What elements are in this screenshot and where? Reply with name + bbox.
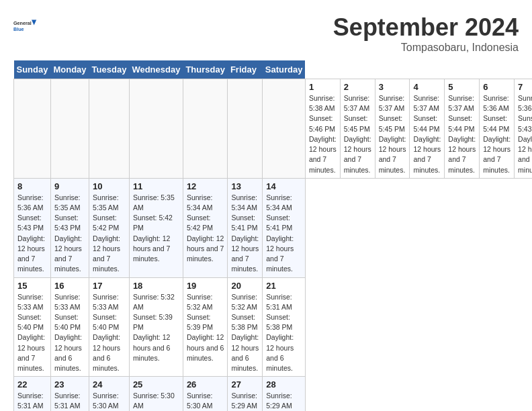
calendar-week-row: 22Sunrise: 5:31 AMSunset: 5:38 PMDayligh… [14, 377, 533, 411]
day-number: 19 [187, 281, 224, 291]
day-number: 7 [518, 82, 532, 92]
calendar-cell [183, 79, 228, 179]
calendar-cell [129, 79, 183, 179]
day-info: Sunrise: 5:35 AMSunset: 5:42 PMDaylight:… [133, 193, 179, 265]
calendar-cell: 10Sunrise: 5:35 AMSunset: 5:42 PMDayligh… [89, 178, 130, 277]
day-number: 13 [231, 181, 259, 191]
column-header-thursday: Thursday [183, 60, 228, 79]
day-number: 10 [93, 181, 126, 191]
calendar-cell: 8Sunrise: 5:36 AMSunset: 5:43 PMDaylight… [14, 178, 51, 277]
day-number: 16 [54, 281, 85, 291]
column-header-wednesday: Wednesday [129, 60, 183, 79]
calendar-cell: 2Sunrise: 5:37 AMSunset: 5:45 PMDaylight… [340, 79, 375, 179]
column-header-monday: Monday [50, 60, 89, 79]
day-info: Sunrise: 5:32 AMSunset: 5:39 PMDaylight:… [187, 292, 224, 364]
column-header-friday: Friday [228, 60, 263, 79]
calendar-cell [14, 79, 51, 179]
day-number: 1 [309, 82, 337, 92]
calendar-cell: 4Sunrise: 5:37 AMSunset: 5:44 PMDaylight… [410, 79, 445, 179]
calendar-week-row: 15Sunrise: 5:33 AMSunset: 5:40 PMDayligh… [14, 277, 533, 377]
calendar-cell: 20Sunrise: 5:32 AMSunset: 5:38 PMDayligh… [228, 277, 263, 377]
day-number: 15 [17, 281, 47, 291]
calendar-cell: 17Sunrise: 5:33 AMSunset: 5:40 PMDayligh… [89, 277, 130, 377]
calendar-cell: 14Sunrise: 5:34 AMSunset: 5:41 PMDayligh… [263, 178, 306, 277]
day-info: Sunrise: 5:37 AMSunset: 5:44 PMDaylight:… [448, 93, 476, 175]
day-info: Sunrise: 5:33 AMSunset: 5:40 PMDaylight:… [17, 292, 47, 374]
calendar-cell [263, 79, 306, 179]
column-header-tuesday: Tuesday [89, 60, 130, 79]
day-number: 17 [93, 281, 126, 291]
calendar-cell: 12Sunrise: 5:34 AMSunset: 5:42 PMDayligh… [183, 178, 228, 277]
day-number: 4 [413, 82, 441, 92]
day-info: Sunrise: 5:33 AMSunset: 5:40 PMDaylight:… [54, 292, 85, 374]
calendar-cell: 21Sunrise: 5:31 AMSunset: 5:38 PMDayligh… [263, 277, 306, 377]
calendar-cell: 7Sunrise: 5:36 AMSunset: 5:43 PMDaylight… [515, 79, 532, 179]
day-number: 12 [187, 181, 224, 191]
column-header-saturday: Saturday [263, 60, 306, 79]
day-info: Sunrise: 5:34 AMSunset: 5:42 PMDaylight:… [187, 193, 224, 265]
day-info: Sunrise: 5:34 AMSunset: 5:41 PMDaylight:… [231, 193, 259, 275]
day-info: Sunrise: 5:37 AMSunset: 5:45 PMDaylight:… [379, 93, 406, 175]
day-number: 24 [93, 379, 126, 390]
calendar-cell [228, 79, 263, 179]
day-number: 11 [133, 181, 179, 191]
calendar-cell: 11Sunrise: 5:35 AMSunset: 5:42 PMDayligh… [129, 178, 183, 277]
month-title: September 2024 [333, 13, 519, 42]
calendar-week-row: 8Sunrise: 5:36 AMSunset: 5:43 PMDaylight… [14, 178, 533, 277]
location-subtitle: Tompasobaru, Indonesia [333, 42, 519, 54]
page-header: GeneralBlue September 2024 Tompasobaru, … [13, 13, 519, 54]
day-info: Sunrise: 5:37 AMSunset: 5:44 PMDaylight:… [413, 93, 441, 175]
day-info: Sunrise: 5:34 AMSunset: 5:41 PMDaylight:… [266, 193, 302, 275]
day-number: 8 [17, 181, 47, 191]
calendar-table: SundayMondayTuesdayWednesdayThursdayFrid… [13, 60, 532, 411]
day-number: 2 [344, 82, 371, 92]
day-number: 23 [54, 379, 85, 390]
day-info: Sunrise: 5:35 AMSunset: 5:43 PMDaylight:… [54, 193, 85, 275]
calendar-cell: 13Sunrise: 5:34 AMSunset: 5:41 PMDayligh… [228, 178, 263, 277]
svg-marker-2 [32, 19, 36, 25]
calendar-cell: 23Sunrise: 5:31 AMSunset: 5:37 PMDayligh… [50, 377, 89, 411]
calendar-cell: 25Sunrise: 5:30 AMSunset: 5:37 PMDayligh… [129, 377, 183, 411]
column-header-sunday: Sunday [14, 60, 51, 79]
calendar-cell: 16Sunrise: 5:33 AMSunset: 5:40 PMDayligh… [50, 277, 89, 377]
day-info: Sunrise: 5:33 AMSunset: 5:40 PMDaylight:… [93, 292, 126, 374]
day-info: Sunrise: 5:36 AMSunset: 5:43 PMDaylight:… [17, 193, 47, 275]
calendar-cell [89, 79, 130, 179]
calendar-cell [50, 79, 89, 179]
day-number: 27 [231, 379, 259, 390]
logo-icon: GeneralBlue [13, 13, 38, 38]
day-number: 26 [187, 379, 224, 390]
title-block: September 2024 Tompasobaru, Indonesia [333, 13, 519, 54]
calendar-cell: 5Sunrise: 5:37 AMSunset: 5:44 PMDaylight… [445, 79, 480, 179]
calendar-cell: 15Sunrise: 5:33 AMSunset: 5:40 PMDayligh… [14, 277, 51, 377]
day-info: Sunrise: 5:31 AMSunset: 5:38 PMDaylight:… [266, 292, 302, 374]
calendar-cell: 18Sunrise: 5:32 AMSunset: 5:39 PMDayligh… [129, 277, 183, 377]
day-number: 6 [483, 82, 511, 92]
day-info: Sunrise: 5:36 AMSunset: 5:44 PMDaylight:… [483, 93, 511, 175]
day-info: Sunrise: 5:30 AMSunset: 5:36 PMDaylight:… [187, 391, 224, 411]
calendar-cell: 26Sunrise: 5:30 AMSunset: 5:36 PMDayligh… [183, 377, 228, 411]
day-info: Sunrise: 5:38 AMSunset: 5:46 PMDaylight:… [309, 93, 337, 175]
day-info: Sunrise: 5:37 AMSunset: 5:45 PMDaylight:… [344, 93, 371, 175]
day-info: Sunrise: 5:29 AMSunset: 5:36 PMDaylight:… [231, 391, 259, 411]
day-number: 3 [379, 82, 406, 92]
day-info: Sunrise: 5:30 AMSunset: 5:37 PMDaylight:… [93, 391, 126, 411]
day-number: 28 [266, 379, 302, 390]
day-number: 5 [448, 82, 476, 92]
calendar-cell: 22Sunrise: 5:31 AMSunset: 5:38 PMDayligh… [14, 377, 51, 411]
calendar-cell: 19Sunrise: 5:32 AMSunset: 5:39 PMDayligh… [183, 277, 228, 377]
calendar-cell: 6Sunrise: 5:36 AMSunset: 5:44 PMDaylight… [480, 79, 515, 179]
day-number: 14 [266, 181, 302, 191]
day-info: Sunrise: 5:32 AMSunset: 5:39 PMDaylight:… [133, 292, 179, 364]
day-number: 22 [17, 379, 47, 390]
calendar-week-row: 1Sunrise: 5:38 AMSunset: 5:46 PMDaylight… [14, 79, 533, 179]
day-number: 9 [54, 181, 85, 191]
day-info: Sunrise: 5:31 AMSunset: 5:38 PMDaylight:… [17, 391, 47, 411]
calendar-cell: 1Sunrise: 5:38 AMSunset: 5:46 PMDaylight… [305, 79, 340, 179]
day-info: Sunrise: 5:31 AMSunset: 5:37 PMDaylight:… [54, 391, 85, 411]
calendar-cell: 3Sunrise: 5:37 AMSunset: 5:45 PMDaylight… [375, 79, 410, 179]
day-info: Sunrise: 5:36 AMSunset: 5:43 PMDaylight:… [518, 93, 532, 175]
day-info: Sunrise: 5:35 AMSunset: 5:42 PMDaylight:… [93, 193, 126, 275]
calendar-header-row: SundayMondayTuesdayWednesdayThursdayFrid… [14, 60, 533, 79]
day-number: 21 [266, 281, 302, 291]
